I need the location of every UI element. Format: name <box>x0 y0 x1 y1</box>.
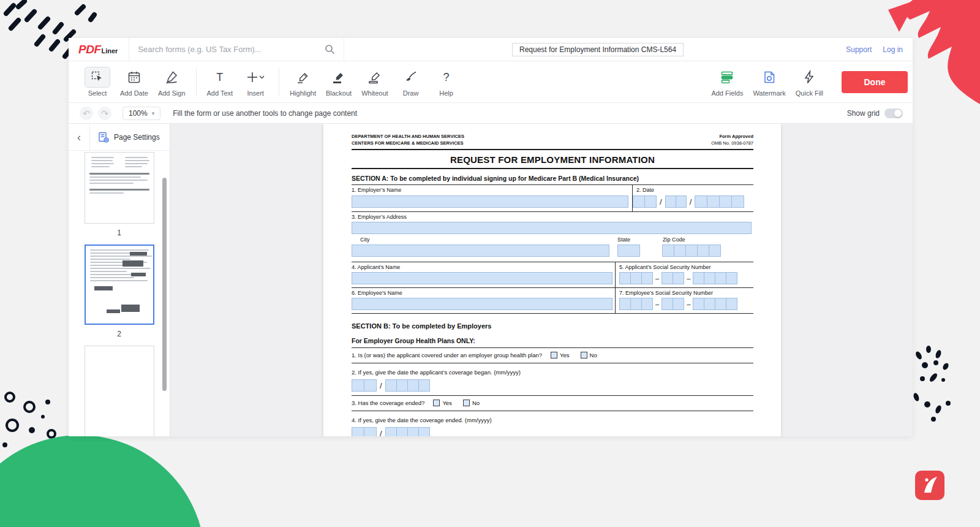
login-link[interactable]: Log in <box>883 45 903 54</box>
section-a-label: SECTION A: <box>352 175 388 182</box>
b4-date-group[interactable]: / <box>352 427 753 436</box>
employer-name-input[interactable] <box>352 195 628 208</box>
ssn-part3-input[interactable] <box>693 298 737 310</box>
tool-draw[interactable]: Draw <box>398 67 424 97</box>
ssn-part3-input[interactable] <box>693 272 737 284</box>
toggle-knob <box>894 110 902 117</box>
applicant-name-input[interactable] <box>352 272 612 284</box>
page-thumbnail-2[interactable] <box>85 245 154 325</box>
toolbar-divider <box>196 68 197 96</box>
city-input[interactable] <box>352 245 609 257</box>
coverage-ended-month-input[interactable] <box>352 427 377 436</box>
support-link[interactable]: Support <box>846 45 872 54</box>
slash-separator: / <box>690 197 692 207</box>
ssn-part1-input[interactable] <box>619 298 653 310</box>
section-a-heading: SECTION A: To be completed by individual… <box>352 175 753 182</box>
calendar-icon <box>127 67 141 88</box>
tool-blackout[interactable]: Blackout <box>326 67 352 97</box>
paintbrush-icon <box>404 67 418 88</box>
date-month-input[interactable] <box>633 195 657 208</box>
b3-yes-checkbox[interactable] <box>433 400 440 406</box>
group-health-heading: For Employer Group Health Plans ONLY: <box>352 337 753 344</box>
page-settings-icon <box>97 131 110 143</box>
tool-add-sign-label: Add Sign <box>158 89 186 97</box>
ssn-part1-input[interactable] <box>619 272 653 284</box>
date-label: 2. Date <box>636 187 753 193</box>
tool-watermark-label: Watermark <box>753 89 785 97</box>
ssn-part2-input[interactable] <box>662 298 684 310</box>
page-number-2: 2 <box>117 330 121 338</box>
ssn-part2-input[interactable] <box>662 272 684 284</box>
divider <box>352 149 753 150</box>
row-applicant: 4. Applicant’s Name 5. Applicant’s Socia… <box>352 262 753 288</box>
slash-separator: / <box>380 429 382 437</box>
tool-add-date[interactable]: Add Date <box>120 67 148 97</box>
pdfliner-logo[interactable]: PDFLiner <box>78 43 118 56</box>
tool-highlight[interactable]: Highlight <box>290 67 316 97</box>
tool-insert[interactable]: Insert <box>243 67 268 97</box>
zoom-select[interactable]: 100% ▾ <box>123 107 160 120</box>
employee-ssn-group[interactable]: – – <box>619 298 753 310</box>
toolbar-right-group: Add Fields Watermark Quick Fill Done <box>706 67 913 97</box>
top-links: Support Log in <box>846 45 903 54</box>
tool-watermark[interactable]: Watermark <box>753 67 785 97</box>
coverage-began-year-input[interactable] <box>385 379 430 392</box>
employer-address-input[interactable] <box>352 222 752 234</box>
signature-pen-icon <box>164 67 179 88</box>
section-b-text: To be completed by Employers <box>391 322 492 330</box>
section-a-text: To be completed by individual signing up… <box>388 175 639 182</box>
show-grid-toggle[interactable] <box>884 108 903 118</box>
date-year-input[interactable] <box>695 195 744 208</box>
page-number-1: 1 <box>117 229 121 237</box>
date-day-input[interactable] <box>665 195 687 208</box>
page-thumbnail-1[interactable] <box>85 152 154 224</box>
top-bar: PDFLiner Request for Employment Informat… <box>69 38 913 61</box>
employee-name-input[interactable] <box>352 298 612 310</box>
tool-add-sign[interactable]: Add Sign <box>158 67 186 97</box>
coverage-ended-year-input[interactable] <box>385 427 430 436</box>
lightning-icon <box>802 67 816 88</box>
tool-add-text[interactable]: T Add Text <box>207 67 233 97</box>
b4-question: 4. If yes, give the date the coverage en… <box>352 417 492 423</box>
tool-select[interactable]: Select <box>85 67 110 97</box>
slash-separator: / <box>380 381 382 390</box>
dash-separator: – <box>687 300 690 308</box>
tool-help[interactable]: ? Help <box>434 67 459 97</box>
date-input-group[interactable]: / / <box>633 195 753 208</box>
b3-no-checkbox[interactable] <box>463 400 470 406</box>
slash-separator: / <box>660 197 662 207</box>
applicant-ssn-label: 5. Applicant’s Social Security Number <box>619 264 753 270</box>
agency-line-2: CENTERS FOR MEDICARE & MEDICAID SERVICES <box>352 140 464 147</box>
omb-number: OMB No. 0938-0787 <box>711 140 753 147</box>
state-label: State <box>617 237 630 243</box>
page-settings-button[interactable]: Page Settings <box>89 124 170 150</box>
redo-button[interactable]: ↷ <box>98 107 111 120</box>
search-input[interactable] <box>138 45 325 54</box>
undo-button[interactable]: ↶ <box>80 107 93 120</box>
employee-ssn-label: 7. Employee’s Social Security Number <box>619 290 753 296</box>
tool-whiteout[interactable]: Whiteout <box>361 67 388 97</box>
b1-yes-checkbox[interactable] <box>551 352 557 358</box>
page-thumbnail-3[interactable] <box>85 346 154 436</box>
search-icon[interactable] <box>325 44 335 55</box>
whiteout-marker-icon <box>368 67 382 88</box>
collapse-sidebar-button[interactable]: ‹ <box>69 132 89 143</box>
tool-add-fields[interactable]: Add Fields <box>711 67 743 97</box>
b2-date-group[interactable]: / <box>352 379 753 392</box>
content-area: ‹ Page Settings <box>69 124 913 436</box>
b1-yes-label: Yes <box>560 352 570 358</box>
add-fields-icon <box>720 67 734 88</box>
applicant-ssn-group[interactable]: – – <box>619 272 753 284</box>
state-input[interactable] <box>617 245 640 257</box>
watermark-icon <box>762 67 777 88</box>
coverage-began-month-input[interactable] <box>352 379 377 392</box>
done-button[interactable]: Done <box>842 71 908 93</box>
dash-separator: – <box>687 275 690 282</box>
select-cursor-icon <box>85 67 110 88</box>
tool-quick-fill[interactable]: Quick Fill <box>796 67 823 97</box>
main-toolbar: Select Add Date Add Sign T Add Text Inse… <box>69 61 913 103</box>
employer-address-label: 3. Employer’s Address <box>352 214 753 220</box>
sidebar-scrollbar[interactable] <box>162 178 167 391</box>
zip-input[interactable] <box>662 245 721 257</box>
b1-no-checkbox[interactable] <box>581 352 587 358</box>
